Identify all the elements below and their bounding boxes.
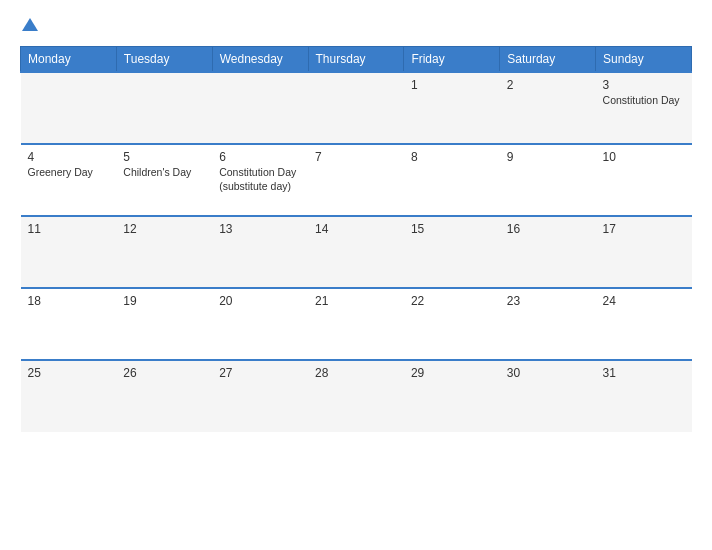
- cell-date: 1: [411, 78, 493, 92]
- calendar-cell: 30: [500, 360, 596, 432]
- day-header-tuesday: Tuesday: [116, 47, 212, 73]
- calendar-cell: 13: [212, 216, 308, 288]
- calendar-cell: 23: [500, 288, 596, 360]
- day-header-monday: Monday: [21, 47, 117, 73]
- calendar-week-2: 4Greenery Day5Children's Day6Constitutio…: [21, 144, 692, 216]
- cell-date: 6: [219, 150, 301, 164]
- calendar-cell: 11: [21, 216, 117, 288]
- day-header-sunday: Sunday: [596, 47, 692, 73]
- cell-date: 5: [123, 150, 205, 164]
- calendar-cell: [308, 72, 404, 144]
- calendar-cell: 20: [212, 288, 308, 360]
- calendar-table: MondayTuesdayWednesdayThursdayFridaySatu…: [20, 46, 692, 432]
- cell-event: Constitution Day: [603, 94, 685, 108]
- cell-date: 16: [507, 222, 589, 236]
- cell-event: Children's Day: [123, 166, 205, 180]
- logo: [20, 18, 38, 32]
- calendar-cell: 4Greenery Day: [21, 144, 117, 216]
- cell-date: 9: [507, 150, 589, 164]
- cell-date: 19: [123, 294, 205, 308]
- calendar-cell: 27: [212, 360, 308, 432]
- calendar-cell: [212, 72, 308, 144]
- cell-event: Greenery Day: [28, 166, 110, 180]
- calendar-cell: 3Constitution Day: [596, 72, 692, 144]
- cell-date: 23: [507, 294, 589, 308]
- cell-date: 14: [315, 222, 397, 236]
- calendar-cell: 24: [596, 288, 692, 360]
- cell-date: 13: [219, 222, 301, 236]
- cell-date: 29: [411, 366, 493, 380]
- cell-date: 27: [219, 366, 301, 380]
- calendar-cell: 17: [596, 216, 692, 288]
- calendar-header: [20, 18, 692, 32]
- cell-date: 22: [411, 294, 493, 308]
- cell-date: 10: [603, 150, 685, 164]
- calendar-cell: 12: [116, 216, 212, 288]
- cell-date: 4: [28, 150, 110, 164]
- calendar-cell: 7: [308, 144, 404, 216]
- calendar-cell: 18: [21, 288, 117, 360]
- calendar-cell: 19: [116, 288, 212, 360]
- cell-date: 2: [507, 78, 589, 92]
- cell-date: 24: [603, 294, 685, 308]
- day-header-wednesday: Wednesday: [212, 47, 308, 73]
- calendar-cell: [116, 72, 212, 144]
- cell-date: 30: [507, 366, 589, 380]
- calendar-cell: 10: [596, 144, 692, 216]
- calendar-week-4: 18192021222324: [21, 288, 692, 360]
- cell-date: 18: [28, 294, 110, 308]
- day-header-saturday: Saturday: [500, 47, 596, 73]
- calendar-header-row: MondayTuesdayWednesdayThursdayFridaySatu…: [21, 47, 692, 73]
- calendar-cell: 2: [500, 72, 596, 144]
- calendar-cell: 16: [500, 216, 596, 288]
- cell-date: 3: [603, 78, 685, 92]
- calendar-cell: 1: [404, 72, 500, 144]
- calendar-week-3: 11121314151617: [21, 216, 692, 288]
- calendar-cell: 21: [308, 288, 404, 360]
- cell-date: 31: [603, 366, 685, 380]
- day-header-friday: Friday: [404, 47, 500, 73]
- calendar-cell: 28: [308, 360, 404, 432]
- cell-date: 12: [123, 222, 205, 236]
- calendar-cell: 15: [404, 216, 500, 288]
- day-header-thursday: Thursday: [308, 47, 404, 73]
- calendar-cell: 25: [21, 360, 117, 432]
- cell-date: 17: [603, 222, 685, 236]
- cell-date: 28: [315, 366, 397, 380]
- cell-date: 8: [411, 150, 493, 164]
- calendar-week-5: 25262728293031: [21, 360, 692, 432]
- cell-date: 15: [411, 222, 493, 236]
- calendar-cell: [21, 72, 117, 144]
- cell-date: 21: [315, 294, 397, 308]
- cell-date: 20: [219, 294, 301, 308]
- calendar-page: MondayTuesdayWednesdayThursdayFridaySatu…: [0, 0, 712, 550]
- calendar-cell: 31: [596, 360, 692, 432]
- calendar-week-1: 123Constitution Day: [21, 72, 692, 144]
- calendar-cell: 26: [116, 360, 212, 432]
- calendar-cell: 5Children's Day: [116, 144, 212, 216]
- calendar-cell: 29: [404, 360, 500, 432]
- calendar-cell: 14: [308, 216, 404, 288]
- logo-triangle-icon: [22, 18, 38, 31]
- calendar-cell: 22: [404, 288, 500, 360]
- cell-event: Constitution Day (substitute day): [219, 166, 301, 193]
- calendar-cell: 9: [500, 144, 596, 216]
- cell-date: 7: [315, 150, 397, 164]
- cell-date: 11: [28, 222, 110, 236]
- calendar-cell: 8: [404, 144, 500, 216]
- cell-date: 25: [28, 366, 110, 380]
- calendar-cell: 6Constitution Day (substitute day): [212, 144, 308, 216]
- cell-date: 26: [123, 366, 205, 380]
